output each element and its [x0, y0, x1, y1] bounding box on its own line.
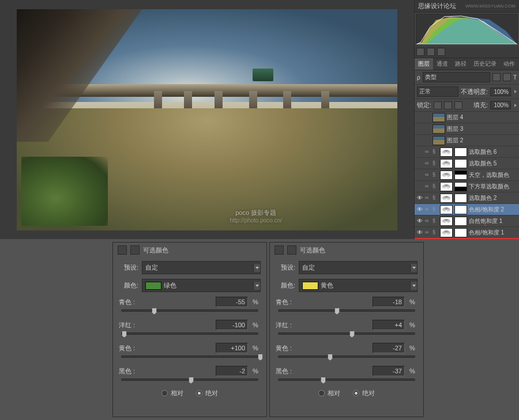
lock-all-icon[interactable] [454, 101, 462, 109]
link-icon[interactable]: ∞ [425, 160, 431, 167]
link-icon[interactable]: ∞ [425, 172, 431, 179]
layer-list[interactable]: 图层 4图层 3图层 2∞§选取颜色 6∞§选取颜色 5∞§天空，选取颜色∞§下… [415, 112, 519, 239]
slider-track[interactable] [278, 379, 415, 381]
link-icon[interactable] [425, 126, 431, 133]
visibility-icon[interactable] [416, 114, 423, 121]
visibility-icon[interactable] [416, 126, 423, 133]
slider-input[interactable] [216, 297, 248, 307]
slider-track[interactable] [278, 355, 415, 358]
color-dropdown[interactable]: 黄色 [299, 279, 418, 292]
link-icon[interactable]: ∞ [425, 195, 431, 202]
mask-thumb[interactable] [454, 159, 467, 168]
tab-history[interactable]: 历史记录 [470, 58, 500, 70]
opacity-value[interactable]: 100% [490, 88, 511, 96]
adjustment-icon[interactable] [118, 245, 127, 255]
slider-track[interactable] [121, 355, 258, 358]
visibility-icon[interactable] [416, 172, 423, 179]
lock-pixels-icon[interactable] [434, 101, 442, 109]
layer-row[interactable]: 👁∞§色相/饱和度 1 [415, 227, 519, 239]
layer-row[interactable]: 👁∞§色相/饱和度 2 [415, 204, 519, 215]
slider-track[interactable] [278, 309, 415, 312]
visibility-icon[interactable]: 👁 [416, 206, 423, 213]
link-icon[interactable]: ∞ [425, 149, 431, 156]
radio-relative[interactable]: 相对 [161, 389, 183, 398]
histo-icon[interactable] [437, 48, 445, 56]
slider-track[interactable] [121, 309, 258, 312]
mask-thumb[interactable] [454, 147, 467, 157]
mask-thumb[interactable] [454, 228, 467, 237]
visibility-icon[interactable] [416, 137, 423, 144]
layer-row[interactable]: 图层 2 [415, 135, 519, 146]
histogram[interactable] [416, 14, 518, 45]
canvas-area[interactable]: poco 摄影专题 http://photo.poco.cn/ [0, 0, 414, 239]
histo-icon[interactable] [427, 48, 435, 56]
mask-thumb[interactable] [454, 205, 467, 214]
histo-icon[interactable] [416, 48, 424, 56]
slider-input[interactable] [216, 320, 248, 330]
preset-dropdown[interactable]: 自定 [299, 261, 418, 274]
radio-absolute[interactable]: 绝对 [353, 389, 375, 398]
visibility-icon[interactable] [416, 149, 423, 156]
slider-track[interactable] [278, 332, 415, 335]
slider-input[interactable] [373, 320, 405, 330]
slider-knob[interactable] [321, 377, 326, 384]
link-icon[interactable]: ∞ [425, 218, 431, 225]
slider-input[interactable] [373, 343, 405, 353]
tab-layers[interactable]: 图层 [415, 58, 433, 70]
slider-input[interactable] [373, 366, 405, 376]
mask-icon[interactable] [130, 245, 140, 255]
slider-knob[interactable] [334, 308, 340, 315]
tab-channels[interactable]: 通道 [433, 58, 452, 70]
mask-icon[interactable] [287, 245, 296, 255]
link-icon[interactable] [425, 137, 431, 144]
filter-icon[interactable] [492, 73, 501, 81]
mask-thumb[interactable] [454, 194, 467, 203]
visibility-icon[interactable] [416, 183, 423, 190]
blend-mode[interactable]: 正常 [417, 86, 458, 97]
chevron-right-icon[interactable] [514, 90, 517, 93]
radio-absolute[interactable]: 绝对 [196, 389, 218, 398]
lock-pos-icon[interactable] [444, 101, 452, 109]
color-dropdown[interactable]: 绿色 [142, 279, 261, 292]
link-icon[interactable]: ∞ [425, 183, 431, 190]
visibility-icon[interactable]: 👁 [416, 218, 423, 225]
fill-value[interactable]: 100% [490, 101, 511, 109]
tab-paths[interactable]: 路径 [452, 58, 470, 70]
layer-row[interactable]: ∞§选取颜色 5 [415, 158, 519, 169]
layer-row[interactable]: 👁∞§自然饱和度 1 [415, 215, 519, 227]
link-icon[interactable]: ∞ [425, 206, 431, 213]
chevron-right-icon[interactable] [514, 104, 517, 107]
link-icon[interactable]: ∞ [425, 229, 431, 236]
slider-track[interactable] [121, 379, 258, 381]
preset-dropdown[interactable]: 自定 [142, 261, 261, 274]
layer-row[interactable]: 👁∞§选取颜色 2 [415, 192, 519, 204]
layer-row[interactable]: ∞§选取颜色 6 [415, 146, 519, 158]
slider-knob[interactable] [122, 331, 127, 338]
slider-input[interactable] [373, 297, 405, 307]
layer-row[interactable]: 图层 3 [415, 123, 519, 135]
slider-input[interactable] [216, 366, 248, 376]
slider-knob[interactable] [189, 377, 194, 384]
layer-row[interactable]: ∞§下方草选取颜色 [415, 181, 519, 192]
visibility-icon[interactable]: 👁 [416, 195, 423, 202]
visibility-icon[interactable] [416, 160, 423, 167]
link-icon[interactable] [425, 114, 431, 121]
slider-track[interactable] [121, 332, 258, 335]
slider-knob[interactable] [349, 331, 355, 338]
filter-icon[interactable] [503, 73, 511, 81]
layer-row[interactable]: 图层 4 [415, 112, 519, 123]
layer-row[interactable]: ∞§天空，选取颜色 [415, 169, 519, 181]
mask-thumb[interactable] [454, 217, 467, 226]
adjustment-icon[interactable] [274, 245, 284, 255]
filter-kind[interactable]: 类型 [423, 72, 490, 82]
mask-thumb[interactable] [454, 182, 467, 191]
tab-actions[interactable]: 动作 [500, 58, 518, 70]
slider-input[interactable] [216, 343, 248, 353]
mask-thumb[interactable] [454, 171, 467, 180]
radio-relative[interactable]: 相对 [318, 389, 340, 398]
slider-knob[interactable] [328, 354, 333, 361]
visibility-icon[interactable]: 👁 [416, 229, 423, 236]
slider-knob[interactable] [258, 354, 263, 361]
slider-knob[interactable] [152, 308, 157, 315]
layer-row[interactable]: 👁∞§下方草，选取颜... [415, 239, 519, 239]
